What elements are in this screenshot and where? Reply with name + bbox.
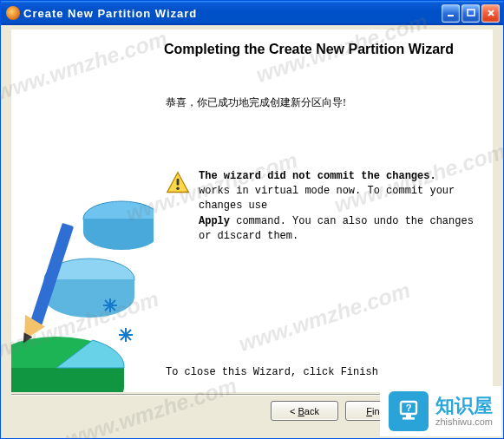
warning-line-2a: works in virtual mode now. To commit you…: [199, 185, 455, 212]
maximize-button[interactable]: [461, 4, 480, 23]
svg-rect-0: [448, 15, 454, 16]
window-title: Create New Partition Wizard: [23, 7, 197, 20]
client-area: Completing the Create New Partition Wiza…: [3, 28, 501, 436]
minimize-button[interactable]: [442, 4, 460, 23]
congrats-text: 恭喜，你已成功地完成创建新分区向导!: [166, 95, 486, 110]
svg-rect-9: [177, 178, 180, 185]
warning-text: The wizard did not commit the changes. w…: [199, 169, 482, 245]
wizard-content: Completing the Create New Partition Wiza…: [159, 35, 486, 387]
warning-bold-1: The wizard did not commit the changes.: [199, 170, 436, 182]
warning-line-2b: command. You can also undo the changes o…: [199, 215, 474, 242]
app-icon: [6, 6, 20, 20]
page-title: Completing the Create New Partition Wiza…: [164, 40, 486, 59]
wizard-body: Completing the Create New Partition Wiza…: [11, 29, 493, 392]
back-button[interactable]: < Back: [271, 401, 338, 421]
button-row: < Back Finish Cancel: [11, 401, 493, 425]
close-button[interactable]: [481, 4, 500, 23]
warning-icon: [166, 171, 190, 195]
svg-point-10: [176, 187, 180, 190]
wizard-window: Create New Partition Wizard: [0, 0, 504, 439]
wizard-sidebar-graphic: [11, 29, 154, 392]
close-hint: To close this Wizard, click Finish: [166, 366, 378, 378]
warning-block: The wizard did not commit the changes. w…: [166, 171, 482, 245]
warning-bold-2: Apply: [199, 215, 230, 227]
cancel-button[interactable]: Cancel: [420, 401, 488, 421]
svg-rect-1: [468, 10, 475, 16]
finish-button[interactable]: Finish: [345, 401, 413, 421]
title-bar[interactable]: Create New Partition Wizard: [1, 1, 503, 25]
separator: [11, 394, 493, 396]
